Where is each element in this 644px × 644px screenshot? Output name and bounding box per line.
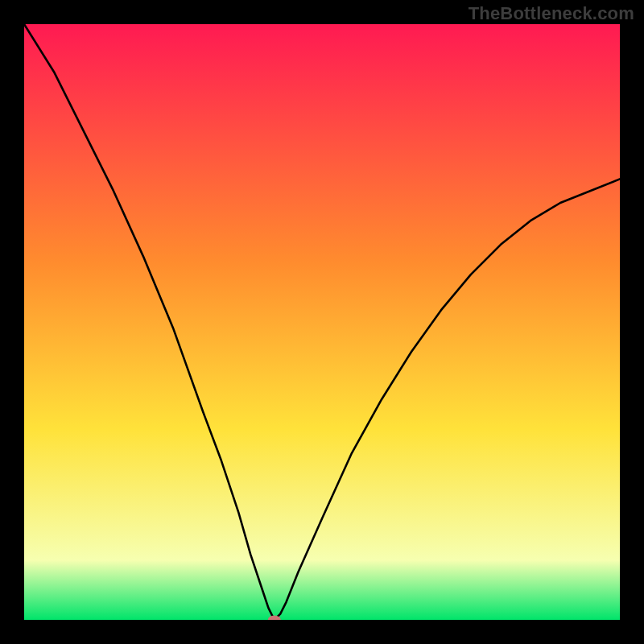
bottleneck-chart (24, 24, 620, 620)
attribution-text: TheBottleneck.com (469, 3, 634, 24)
chart-frame: { "attribution": "TheBottleneck.com", "c… (0, 0, 644, 644)
gradient-background (24, 24, 620, 620)
